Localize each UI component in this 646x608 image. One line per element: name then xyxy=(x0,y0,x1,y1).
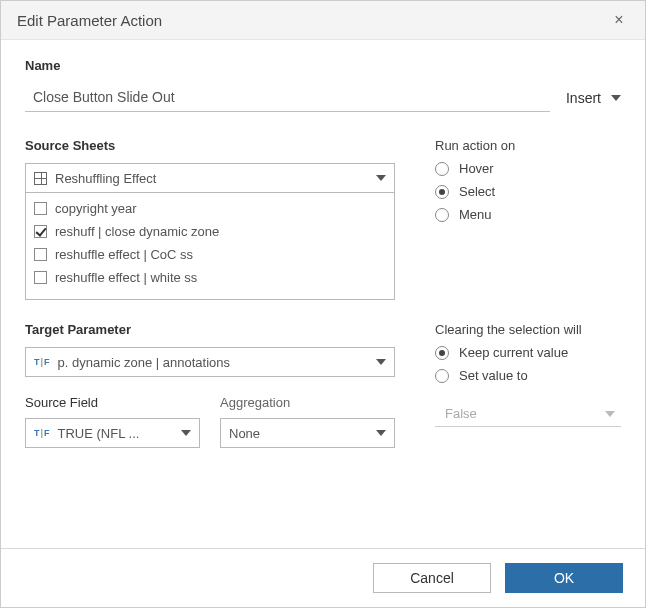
name-label: Name xyxy=(25,58,621,73)
aggregation-label: Aggregation xyxy=(220,395,395,410)
caret-down-icon xyxy=(376,430,386,436)
radio-label: Set value to xyxy=(459,368,528,383)
list-item-label: reshuffle effect | white ss xyxy=(55,270,197,285)
clearing-set[interactable]: Set value to xyxy=(435,368,621,383)
source-sheets-select[interactable]: Reshuffling Effect xyxy=(25,163,395,193)
target-parameter-select[interactable]: T|F p. dynamic zone | annotations xyxy=(25,347,395,377)
list-item[interactable]: reshuffle effect | white ss xyxy=(26,266,394,289)
target-clearing-row: Target Parameter T|F p. dynamic zone | a… xyxy=(25,322,621,448)
run-action-label: Run action on xyxy=(435,138,621,153)
insert-button[interactable]: Insert xyxy=(566,90,621,112)
target-parameter-value: p. dynamic zone | annotations xyxy=(58,355,231,370)
tf-icon: T|F xyxy=(34,357,50,367)
run-action-select[interactable]: Select xyxy=(435,184,621,199)
list-item[interactable]: reshuff | close dynamic zone xyxy=(26,220,394,243)
tf-icon: T|F xyxy=(34,428,50,438)
clearing-label: Clearing the selection will xyxy=(435,322,621,337)
aggregation-value: None xyxy=(229,426,260,441)
list-item[interactable]: reshuffle effect | CoC ss xyxy=(26,243,394,266)
source-run-row: Source Sheets Reshuffling Effect copyrig… xyxy=(25,138,621,300)
set-value-placeholder: False xyxy=(445,406,477,421)
action-name-input[interactable] xyxy=(25,83,550,112)
radio-icon[interactable] xyxy=(435,185,449,199)
ok-label: OK xyxy=(554,570,574,586)
dashboard-icon xyxy=(34,172,47,185)
caret-down-icon xyxy=(605,411,615,417)
radio-label: Select xyxy=(459,184,495,199)
list-item-label: reshuff | close dynamic zone xyxy=(55,224,219,239)
close-icon[interactable]: × xyxy=(609,11,629,29)
list-item-label: copyright year xyxy=(55,201,137,216)
list-item-label: reshuffle effect | CoC ss xyxy=(55,247,193,262)
dialog-title: Edit Parameter Action xyxy=(17,12,162,29)
radio-label: Menu xyxy=(459,207,492,222)
target-parameter-label: Target Parameter xyxy=(25,322,395,337)
caret-down-icon xyxy=(181,430,191,436)
radio-icon[interactable] xyxy=(435,208,449,222)
checkbox-icon[interactable] xyxy=(34,271,47,284)
clearing-keep[interactable]: Keep current value xyxy=(435,345,621,360)
list-item[interactable]: copyright year xyxy=(26,197,394,220)
cancel-label: Cancel xyxy=(410,570,454,586)
radio-icon[interactable] xyxy=(435,369,449,383)
source-field-select[interactable]: T|F TRUE (NFL ... xyxy=(25,418,200,448)
target-col: Target Parameter T|F p. dynamic zone | a… xyxy=(25,322,395,448)
radio-icon[interactable] xyxy=(435,346,449,360)
run-action-col: Run action on Hover Select Menu xyxy=(435,138,621,300)
dialog-header: Edit Parameter Action × xyxy=(1,1,645,40)
source-sheets-list[interactable]: copyright year reshuff | close dynamic z… xyxy=(25,192,395,300)
checkbox-icon[interactable] xyxy=(34,248,47,261)
source-sheets-label: Source Sheets xyxy=(25,138,395,153)
aggregation-select[interactable]: None xyxy=(220,418,395,448)
set-value-select: False xyxy=(435,401,621,427)
dialog-footer: Cancel OK xyxy=(1,548,645,607)
radio-label: Keep current value xyxy=(459,345,568,360)
checkbox-icon[interactable] xyxy=(34,225,47,238)
source-sheets-selected: Reshuffling Effect xyxy=(55,171,156,186)
dialog-body: Name Insert Source Sheets Reshuffling Ef… xyxy=(1,40,645,548)
caret-down-icon xyxy=(376,359,386,365)
source-sheets-col: Source Sheets Reshuffling Effect copyrig… xyxy=(25,138,395,300)
source-field-col: Source Field T|F TRUE (NFL ... xyxy=(25,395,200,448)
edit-parameter-action-dialog: Edit Parameter Action × Name Insert Sour… xyxy=(0,0,646,608)
radio-icon[interactable] xyxy=(435,162,449,176)
clearing-col: Clearing the selection will Keep current… xyxy=(435,322,621,448)
source-field-label: Source Field xyxy=(25,395,200,410)
source-field-value: TRUE (NFL ... xyxy=(58,426,140,441)
aggregation-col: Aggregation None xyxy=(220,395,395,448)
checkbox-icon[interactable] xyxy=(34,202,47,215)
sf-agg-row: Source Field T|F TRUE (NFL ... Aggregati… xyxy=(25,395,395,448)
run-action-menu[interactable]: Menu xyxy=(435,207,621,222)
cancel-button[interactable]: Cancel xyxy=(373,563,491,593)
caret-down-icon xyxy=(611,95,621,101)
ok-button[interactable]: OK xyxy=(505,563,623,593)
insert-label: Insert xyxy=(566,90,601,106)
run-action-hover[interactable]: Hover xyxy=(435,161,621,176)
name-row: Insert xyxy=(25,83,621,112)
caret-down-icon xyxy=(376,175,386,181)
radio-label: Hover xyxy=(459,161,494,176)
